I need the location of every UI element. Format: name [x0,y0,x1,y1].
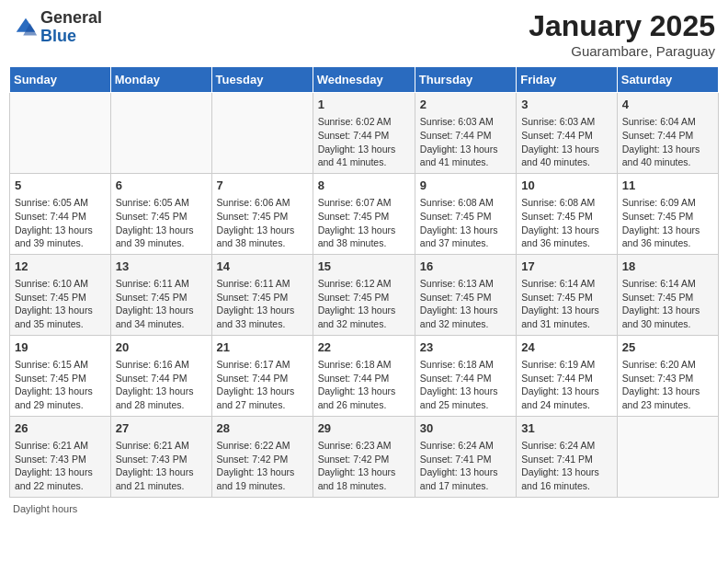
day-number: 24 [521,339,612,356]
calendar-week-row: 26Sunrise: 6:21 AM Sunset: 7:43 PM Dayli… [10,416,719,497]
day-info: Sunrise: 6:15 AM Sunset: 7:45 PM Dayligh… [15,358,106,412]
day-number: 20 [116,339,207,356]
day-number: 26 [15,420,106,437]
calendar-day-cell: 10Sunrise: 6:08 AM Sunset: 7:45 PM Dayli… [517,173,618,254]
calendar-day-cell: 28Sunrise: 6:22 AM Sunset: 7:42 PM Dayli… [211,416,313,497]
day-number: 27 [116,420,207,437]
day-info: Sunrise: 6:18 AM Sunset: 7:44 PM Dayligh… [318,358,410,412]
day-info: Sunrise: 6:13 AM Sunset: 7:45 PM Dayligh… [420,277,511,331]
calendar-day-cell: 16Sunrise: 6:13 AM Sunset: 7:45 PM Dayli… [415,254,516,335]
day-info: Sunrise: 6:22 AM Sunset: 7:42 PM Dayligh… [217,439,308,493]
day-number: 2 [420,97,511,113]
day-number: 21 [217,339,308,356]
calendar-day-cell [10,93,111,174]
logo-general: General [40,8,102,27]
day-info: Sunrise: 6:17 AM Sunset: 7:44 PM Dayligh… [217,358,308,412]
calendar-day-cell: 2Sunrise: 6:03 AM Sunset: 7:44 PM Daylig… [415,93,516,174]
day-number: 8 [318,178,410,194]
day-info: Sunrise: 6:24 AM Sunset: 7:41 PM Dayligh… [420,439,511,493]
day-of-week-header: Saturday [617,67,718,93]
day-info: Sunrise: 6:02 AM Sunset: 7:44 PM Dayligh… [318,115,410,169]
calendar-day-cell: 5Sunrise: 6:05 AM Sunset: 7:44 PM Daylig… [10,173,111,254]
day-number: 15 [318,259,410,275]
logo-blue: Blue [40,27,76,45]
calendar-day-cell: 6Sunrise: 6:05 AM Sunset: 7:45 PM Daylig… [110,173,211,254]
day-info: Sunrise: 6:07 AM Sunset: 7:45 PM Dayligh… [318,196,410,250]
calendar-day-cell: 18Sunrise: 6:14 AM Sunset: 7:45 PM Dayli… [617,254,718,335]
logo: General Blue [13,9,102,46]
calendar-day-cell: 15Sunrise: 6:12 AM Sunset: 7:45 PM Dayli… [313,254,415,335]
calendar-day-cell: 3Sunrise: 6:03 AM Sunset: 7:44 PM Daylig… [517,93,618,174]
day-info: Sunrise: 6:10 AM Sunset: 7:45 PM Dayligh… [15,277,106,331]
calendar-day-cell: 12Sunrise: 6:10 AM Sunset: 7:45 PM Dayli… [10,254,111,335]
day-number: 10 [521,178,612,194]
calendar-day-cell: 7Sunrise: 6:06 AM Sunset: 7:45 PM Daylig… [211,173,313,254]
calendar-day-cell: 29Sunrise: 6:23 AM Sunset: 7:42 PM Dayli… [313,416,415,497]
day-number: 11 [622,178,713,194]
calendar-day-cell: 31Sunrise: 6:24 AM Sunset: 7:41 PM Dayli… [517,416,618,497]
calendar-week-row: 1Sunrise: 6:02 AM Sunset: 7:44 PM Daylig… [10,93,719,174]
calendar-table: SundayMondayTuesdayWednesdayThursdayFrid… [9,66,719,498]
calendar-day-cell: 4Sunrise: 6:04 AM Sunset: 7:44 PM Daylig… [617,93,718,174]
day-info: Sunrise: 6:19 AM Sunset: 7:44 PM Dayligh… [521,358,612,412]
day-info: Sunrise: 6:03 AM Sunset: 7:44 PM Dayligh… [521,115,612,169]
day-of-week-header: Sunday [10,67,111,93]
day-of-week-header: Monday [110,67,211,93]
day-of-week-header: Friday [517,67,618,93]
day-info: Sunrise: 6:09 AM Sunset: 7:45 PM Dayligh… [622,196,713,250]
day-number: 5 [15,178,106,194]
day-number: 16 [420,259,511,275]
day-info: Sunrise: 6:16 AM Sunset: 7:44 PM Dayligh… [116,358,207,412]
calendar-day-cell: 20Sunrise: 6:16 AM Sunset: 7:44 PM Dayli… [110,335,211,416]
calendar-week-row: 5Sunrise: 6:05 AM Sunset: 7:44 PM Daylig… [10,173,719,254]
day-info: Sunrise: 6:04 AM Sunset: 7:44 PM Dayligh… [622,115,713,169]
day-info: Sunrise: 6:11 AM Sunset: 7:45 PM Dayligh… [116,277,207,331]
day-number: 13 [116,259,207,275]
day-number: 6 [116,178,207,194]
day-info: Sunrise: 6:11 AM Sunset: 7:45 PM Dayligh… [217,277,308,331]
day-number: 9 [420,178,511,194]
logo-icon [13,15,39,40]
day-number: 19 [15,339,106,356]
calendar-header-row: SundayMondayTuesdayWednesdayThursdayFrid… [10,67,719,93]
calendar-day-cell [110,93,211,174]
day-info: Sunrise: 6:18 AM Sunset: 7:44 PM Dayligh… [420,358,511,412]
calendar-day-cell: 11Sunrise: 6:09 AM Sunset: 7:45 PM Dayli… [617,173,718,254]
calendar-day-cell: 14Sunrise: 6:11 AM Sunset: 7:45 PM Dayli… [211,254,313,335]
day-number: 23 [420,339,511,356]
calendar-day-cell: 30Sunrise: 6:24 AM Sunset: 7:41 PM Dayli… [415,416,516,497]
day-number: 22 [318,339,410,356]
day-info: Sunrise: 6:14 AM Sunset: 7:45 PM Dayligh… [622,277,713,331]
calendar-day-cell: 9Sunrise: 6:08 AM Sunset: 7:45 PM Daylig… [415,173,516,254]
calendar-week-row: 19Sunrise: 6:15 AM Sunset: 7:45 PM Dayli… [10,335,719,416]
location-subtitle: Guarambare, Paraguay [529,43,715,59]
day-number: 12 [15,259,106,275]
calendar-day-cell: 25Sunrise: 6:20 AM Sunset: 7:43 PM Dayli… [617,335,718,416]
calendar-day-cell: 19Sunrise: 6:15 AM Sunset: 7:45 PM Dayli… [10,335,111,416]
calendar-day-cell: 13Sunrise: 6:11 AM Sunset: 7:45 PM Dayli… [110,254,211,335]
day-number: 17 [521,259,612,275]
calendar-day-cell [211,93,313,174]
title-block: January 2025 Guarambare, Paraguay [529,9,715,59]
calendar-day-cell: 1Sunrise: 6:02 AM Sunset: 7:44 PM Daylig… [313,93,415,174]
month-year-title: January 2025 [529,9,715,43]
day-number: 1 [318,97,410,113]
day-number: 30 [420,420,511,437]
day-of-week-header: Thursday [415,67,516,93]
day-info: Sunrise: 6:20 AM Sunset: 7:43 PM Dayligh… [622,358,713,412]
day-info: Sunrise: 6:06 AM Sunset: 7:45 PM Dayligh… [217,196,308,250]
day-number: 28 [217,420,308,437]
day-info: Sunrise: 6:23 AM Sunset: 7:42 PM Dayligh… [318,439,410,493]
day-number: 3 [521,97,612,113]
calendar-day-cell: 24Sunrise: 6:19 AM Sunset: 7:44 PM Dayli… [517,335,618,416]
calendar-day-cell [617,416,718,497]
calendar-day-cell: 21Sunrise: 6:17 AM Sunset: 7:44 PM Dayli… [211,335,313,416]
logo-text: General Blue [40,9,102,46]
day-of-week-header: Tuesday [211,67,313,93]
day-number: 18 [622,259,713,275]
calendar-day-cell: 27Sunrise: 6:21 AM Sunset: 7:43 PM Dayli… [110,416,211,497]
calendar-week-row: 12Sunrise: 6:10 AM Sunset: 7:45 PM Dayli… [10,254,719,335]
calendar-day-cell: 17Sunrise: 6:14 AM Sunset: 7:45 PM Dayli… [517,254,618,335]
day-number: 31 [521,420,612,437]
calendar-day-cell: 26Sunrise: 6:21 AM Sunset: 7:43 PM Dayli… [10,416,111,497]
